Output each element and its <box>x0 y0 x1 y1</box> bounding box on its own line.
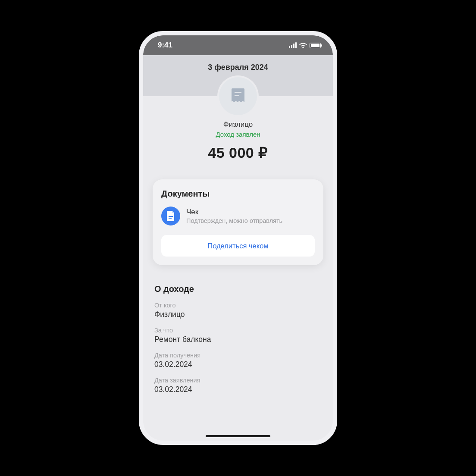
field-label: От кого <box>154 302 322 309</box>
content: Физлицо Доход заявлен 45 000 ₽ Документы… <box>143 96 333 394</box>
header: 3 февраля 2024 <box>143 55 333 96</box>
documents-title: Документы <box>161 189 315 199</box>
document-texts: Чек Подтвержден, можно отправлять <box>186 208 282 224</box>
screen: 9:41 3 февраля 2024 Физлицо Доход заявле… <box>143 35 333 441</box>
field-from: От кого Физлицо <box>154 302 322 319</box>
svg-rect-1 <box>235 95 239 96</box>
documents-card: Документы Чек Подтвержден, можно отправл… <box>153 179 323 265</box>
status-indicators <box>289 42 321 48</box>
field-label: За что <box>154 327 322 334</box>
field-value: Ремонт балкона <box>154 335 322 344</box>
svg-rect-0 <box>235 92 241 93</box>
field-value: 03.02.2024 <box>154 385 322 394</box>
field-for: За что Ремонт балкона <box>154 327 322 344</box>
phone-frame: 9:41 3 февраля 2024 Физлицо Доход заявле… <box>139 31 337 445</box>
wifi-icon <box>299 43 307 48</box>
document-title: Чек <box>186 208 282 216</box>
receipt-icon <box>231 88 245 105</box>
field-label: Дата получения <box>154 352 322 359</box>
document-row[interactable]: Чек Подтвержден, можно отправлять <box>161 207 315 225</box>
share-label: Поделиться чеком <box>207 242 268 250</box>
field-received-date: Дата получения 03.02.2024 <box>154 352 322 369</box>
home-indicator[interactable] <box>206 435 270 437</box>
header-date: 3 февраля 2024 <box>143 63 333 72</box>
field-label: Дата заявления <box>154 377 322 384</box>
field-declared-date: Дата заявления 03.02.2024 <box>154 377 322 394</box>
status-time: 9:41 <box>158 41 172 50</box>
summary-amount: 45 000 ₽ <box>153 144 323 161</box>
field-value: 03.02.2024 <box>154 360 322 369</box>
summary-status: Доход заявлен <box>153 131 323 138</box>
share-receipt-button[interactable]: Поделиться чеком <box>161 235 315 257</box>
about-income-section: О доходе От кого Физлицо За что Ремонт б… <box>153 284 323 394</box>
income-summary: Физлицо Доход заявлен 45 000 ₽ <box>153 120 323 161</box>
battery-icon <box>310 43 321 48</box>
document-subtitle: Подтвержден, можно отправлять <box>186 217 282 224</box>
summary-payer-type: Физлицо <box>153 120 323 129</box>
document-icon <box>161 207 180 225</box>
cellular-signal-icon <box>289 42 297 48</box>
field-value: Физлицо <box>154 310 322 319</box>
about-title: О доходе <box>154 284 322 294</box>
receipt-badge <box>219 77 257 115</box>
status-bar: 9:41 <box>143 35 333 55</box>
